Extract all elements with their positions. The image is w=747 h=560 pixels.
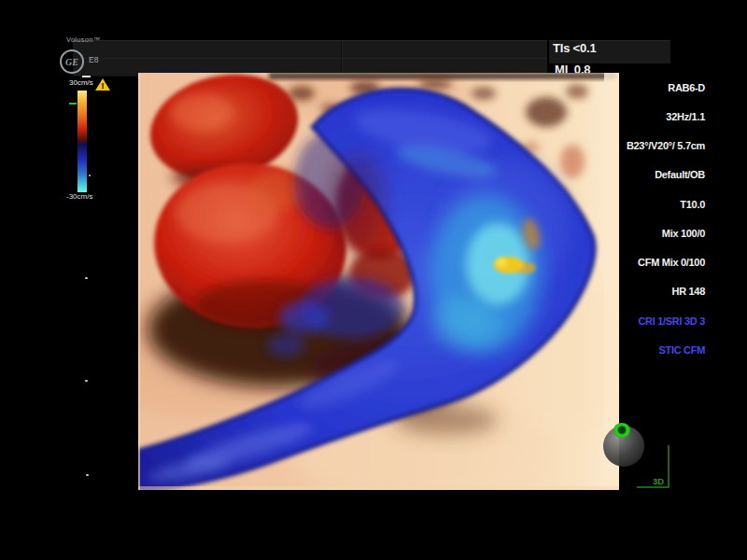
param-cfm-mix: CFM Mix 0/100 (627, 258, 705, 267)
orientation-green-dot-icon (613, 423, 630, 438)
param-mix: Mix 100/0 (627, 229, 705, 238)
depth-marker (85, 277, 88, 279)
focus-marker (82, 76, 91, 77)
param-heart-rate: HR 148 (627, 287, 705, 296)
menu-bar-row-divider (73, 58, 547, 59)
doppler-render-image[interactable] (138, 73, 619, 490)
render-mode-3d-label: 3D (653, 476, 664, 486)
doppler-colorbar (78, 91, 87, 192)
depth-marker (85, 380, 88, 382)
colorbar-tick (89, 175, 91, 176)
param-time: T10.0 (627, 200, 705, 209)
imaging-parameters: RAB6-D 32Hz/1.1 B23°/V20°/ 5.7cm Default… (627, 63, 705, 374)
param-angle-depth: B23°/V20°/ 5.7cm (627, 141, 705, 150)
param-stic-cfm: STIC CFM (627, 345, 705, 355)
param-framerate: 32Hz/1.1 (627, 112, 705, 121)
render-box-corner-vertical (668, 445, 669, 488)
render-box-corner-horizontal (637, 486, 669, 488)
ultrasound-screen: Voluson™ GE E8 TIs <0.1 MI 0.8 RAB6-D 32… (0, 0, 747, 560)
top-menu-bar (73, 40, 547, 77)
velocity-max-label: 30cm/s (69, 78, 93, 87)
model-label: E8 (89, 55, 98, 64)
tis-readout: TIs <0.1 (553, 41, 596, 55)
velocity-min-label: -30cm/s (66, 192, 92, 201)
param-probe: RAB6-D (627, 83, 705, 92)
param-preset: Default/OB (627, 170, 705, 179)
param-cri-sri: CRI 1/SRI 3D 3 (627, 316, 705, 326)
warning-triangle-icon: ! (95, 78, 110, 91)
depth-marker (86, 474, 89, 476)
voluson-wordmark: Voluson™ (66, 35, 101, 44)
baseline-tick (69, 103, 77, 105)
ge-logo-icon: GE (60, 49, 84, 74)
